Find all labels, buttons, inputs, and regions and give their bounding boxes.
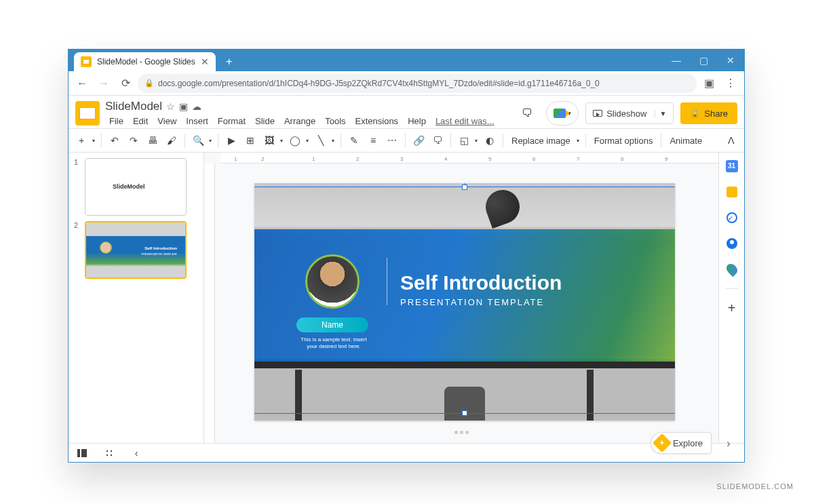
lock-icon: 🔒 <box>144 79 154 88</box>
meet-button[interactable]: ▾ <box>546 101 579 125</box>
format-options-button[interactable]: Format options <box>590 136 657 146</box>
browser-window: SlideModel - Google Slides ✕ + — ▢ ✕ ← →… <box>68 49 745 463</box>
side-panel-toggle[interactable]: › <box>720 435 737 452</box>
nav-reload-button[interactable]: ⟳ <box>116 74 135 93</box>
undo-button[interactable]: ↶ <box>106 132 123 149</box>
link-button[interactable]: 🔗 <box>410 132 427 149</box>
explore-button[interactable]: Explore <box>651 432 712 454</box>
image-tool[interactable]: 🖼 <box>260 132 278 149</box>
menu-insert[interactable]: Insert <box>182 115 212 128</box>
replace-image-button[interactable]: Replace image <box>507 136 575 146</box>
border-color-button[interactable]: ✎ <box>345 132 363 149</box>
selection-box[interactable] <box>254 187 675 414</box>
crop-button[interactable]: ◱ <box>455 132 473 149</box>
last-edit-link[interactable]: Last edit was... <box>431 115 499 128</box>
tab-close-icon[interactable]: ✕ <box>201 56 209 67</box>
share-button[interactable]: 🔒 Share <box>680 102 737 124</box>
canvas-area[interactable]: 1 2 1 2 3 4 5 6 7 8 9 Na <box>204 153 718 443</box>
extensions-button[interactable]: ▣ <box>699 74 718 93</box>
url-input[interactable]: 🔒 docs.google.com/presentation/d/1hICDq4… <box>138 74 697 93</box>
nav-forward-button: → <box>94 74 113 93</box>
paint-format-button[interactable]: 🖌 <box>163 132 180 149</box>
slides-favicon-icon <box>81 56 92 67</box>
print-button[interactable]: 🖶 <box>144 132 161 149</box>
new-slide-caret[interactable]: ▾ <box>90 132 97 149</box>
slides-logo-icon[interactable] <box>75 101 100 125</box>
present-icon <box>593 110 602 117</box>
menu-file[interactable]: File <box>105 115 128 128</box>
textbox-tool[interactable]: ⊞ <box>241 132 259 149</box>
menu-slide[interactable]: Slide <box>251 115 279 128</box>
menu-format[interactable]: Format <box>214 115 250 128</box>
maps-icon[interactable] <box>725 263 739 276</box>
menubar: File Edit View Insert Format Slide Arran… <box>105 115 509 128</box>
line-tool[interactable]: ╲ <box>312 132 330 149</box>
menu-view[interactable]: View <box>153 115 180 128</box>
slideshow-button[interactable]: Slideshow ▼ <box>585 102 674 124</box>
workspace: 1 SlideModel 2 Self Introduction PRESENT… <box>69 153 744 443</box>
replace-image-caret[interactable]: ▾ <box>575 132 581 149</box>
shape-tool[interactable]: ◯ <box>286 132 304 149</box>
slide-canvas[interactable]: Name This is a sample text. Insert your … <box>254 183 675 421</box>
cloud-status-icon[interactable]: ☁ <box>192 101 201 112</box>
animate-button[interactable]: Animate <box>665 136 706 146</box>
border-weight-button[interactable]: ≡ <box>364 132 382 149</box>
toolbar-separator <box>218 134 218 147</box>
zoom-caret[interactable]: ▾ <box>207 132 214 149</box>
browser-menu-button[interactable]: ⋮ <box>721 74 740 93</box>
window-minimize-button[interactable]: — <box>663 50 690 71</box>
thumb-number: 2 <box>74 221 81 279</box>
menu-tools[interactable]: Tools <box>321 115 349 128</box>
slide-thumbnail-2[interactable]: Self Introduction PRESENTATION TEMPLATE <box>85 221 187 279</box>
resize-handle-bc[interactable] <box>462 410 467 416</box>
slideshow-caret-icon[interactable]: ▼ <box>655 110 666 117</box>
zoom-button[interactable]: 🔍 <box>189 132 207 149</box>
toolbar: + ▾ ↶ ↷ 🖶 🖌 🔍 ▾ ▶ ⊞ 🖼 ▾ ◯ ▾ ╲ ▾ ✎ ≡ ⋯ 🔗 … <box>69 128 744 153</box>
menu-edit[interactable]: Edit <box>129 115 152 128</box>
collapse-filmstrip-button[interactable]: ‹ <box>130 446 143 460</box>
filmstrip-view-button[interactable] <box>75 446 89 460</box>
get-addons-button[interactable]: + <box>725 301 739 315</box>
star-icon[interactable]: ☆ <box>166 101 175 112</box>
shape-caret[interactable]: ▾ <box>304 132 311 149</box>
mask-button[interactable]: ◐ <box>481 132 499 149</box>
contacts-icon[interactable] <box>725 237 739 250</box>
window-close-button[interactable]: ✕ <box>717 50 744 71</box>
calendar-icon[interactable]: 31 <box>725 159 739 173</box>
url-text: docs.google.com/presentation/d/1hICDq4-h… <box>158 79 600 88</box>
menu-help[interactable]: Help <box>404 115 430 128</box>
document-title[interactable]: SlideModel <box>105 100 162 113</box>
redo-button[interactable]: ↷ <box>125 132 142 149</box>
nav-back-button[interactable]: ← <box>73 74 92 93</box>
browser-tab[interactable]: SlideModel - Google Slides ✕ <box>74 52 216 71</box>
collapse-toolbar-button[interactable]: ᐱ <box>722 132 740 149</box>
new-slide-button[interactable]: + <box>73 132 90 149</box>
border-dash-button[interactable]: ⋯ <box>383 132 401 149</box>
resize-handle-tc[interactable] <box>462 185 467 190</box>
tasks-icon[interactable]: ✓ <box>725 211 739 225</box>
menu-arrange[interactable]: Arrange <box>280 115 319 128</box>
line-caret[interactable]: ▾ <box>330 132 336 149</box>
thumb-number: 1 <box>74 158 81 216</box>
slideshow-label: Slideshow <box>606 109 646 119</box>
window-maximize-button[interactable]: ▢ <box>690 50 717 71</box>
new-tab-button[interactable]: + <box>220 52 239 71</box>
crop-caret[interactable]: ▾ <box>473 132 480 149</box>
move-icon[interactable]: ▣ <box>179 101 188 112</box>
comment-button[interactable]: 🗨 <box>429 132 446 149</box>
grid-view-button[interactable] <box>102 446 116 460</box>
thumb2-title: Self Introduction <box>144 246 177 250</box>
meet-icon <box>554 109 566 118</box>
toolbar-separator <box>503 134 503 147</box>
attribution-text: SLIDEMODEL.COM <box>716 482 794 490</box>
share-lock-icon: 🔒 <box>690 109 700 118</box>
menu-extensions[interactable]: Extensions <box>351 115 403 128</box>
keep-icon[interactable] <box>725 185 739 199</box>
image-caret[interactable]: ▾ <box>278 132 285 149</box>
side-panel: 31 ✓ + <box>718 153 744 443</box>
panel-separator <box>725 288 739 289</box>
scroll-indicator <box>448 431 475 438</box>
select-tool[interactable]: ▶ <box>222 132 240 149</box>
slide-thumbnail-1[interactable]: SlideModel <box>85 158 187 216</box>
comments-button[interactable]: 🗨 <box>515 102 539 124</box>
